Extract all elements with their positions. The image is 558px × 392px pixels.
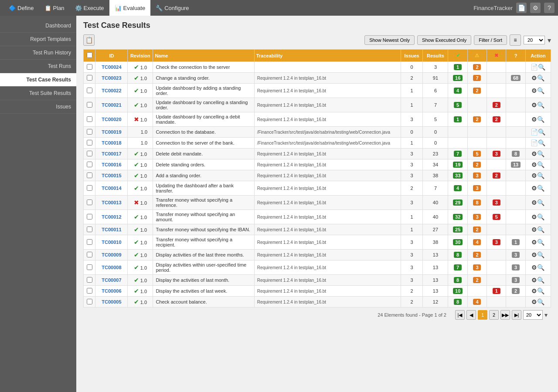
tc-id-link-TC00018[interactable]: TC00018: [102, 140, 121, 145]
tc-id-link-TC00022[interactable]: TC00022: [102, 88, 121, 93]
doc-action-button[interactable]: 📄: [531, 128, 538, 135]
view-action-button[interactable]: 🔍: [538, 139, 545, 146]
sidebar-item-test-runs[interactable]: Test Runs: [0, 60, 76, 73]
row-checkbox-TC00016[interactable]: [87, 162, 92, 167]
view-icon-button[interactable]: ≡: [510, 34, 521, 46]
pagination-dropdown-icon[interactable]: ▾: [544, 311, 548, 318]
tc-id-link-TC00013[interactable]: TC00013: [102, 200, 121, 205]
settings-action-button[interactable]: ⚙: [531, 213, 537, 220]
settings-action-button[interactable]: ⚙: [531, 87, 537, 94]
row-checkbox-TC00008[interactable]: [87, 264, 92, 270]
settings-action-button[interactable]: ⚙: [531, 161, 537, 168]
row-checkbox-TC00020[interactable]: [87, 116, 92, 122]
tc-id-link-TC00016[interactable]: TC00016: [102, 162, 121, 167]
settings-action-button[interactable]: ⚙: [531, 172, 537, 179]
view-action-button[interactable]: 🔍: [537, 298, 544, 305]
tc-id-link-TC00010[interactable]: TC00010: [102, 240, 121, 245]
row-checkbox-TC00009[interactable]: [87, 252, 92, 257]
nav-execute[interactable]: ⚙️ Execute: [70, 0, 109, 16]
tc-id-link-TC00020[interactable]: TC00020: [102, 117, 121, 122]
tc-id-link-TC00007[interactable]: TC00007: [102, 277, 121, 283]
tc-id-link-TC00011[interactable]: TC00011: [102, 227, 121, 232]
settings-action-button[interactable]: ⚙: [531, 199, 537, 206]
settings-action-button[interactable]: ⚙: [531, 277, 537, 284]
doc-action-button[interactable]: 📄: [531, 64, 538, 71]
nav-plan[interactable]: 📋 Plan: [39, 0, 70, 16]
tc-id-link-TC00014[interactable]: TC00014: [102, 186, 121, 191]
show-newest-only-button[interactable]: Show Newest Only: [364, 35, 415, 45]
page-size-dropdown-icon[interactable]: ▾: [548, 36, 551, 44]
last-page-button[interactable]: ▶|: [512, 310, 521, 320]
view-action-button[interactable]: 🔍: [537, 226, 544, 233]
nav-configure[interactable]: 🔧 Configure: [150, 0, 194, 16]
tc-id-link-TC00012[interactable]: TC00012: [102, 214, 121, 220]
settings-action-button[interactable]: ⚙: [531, 239, 537, 246]
view-action-button[interactable]: 🔍: [537, 185, 544, 192]
row-checkbox-TC00013[interactable]: [87, 199, 92, 205]
sidebar-item-report-templates[interactable]: Report Templates: [0, 33, 76, 46]
settings-icon-button[interactable]: ⚙: [530, 3, 541, 13]
tc-id-link-TC00006[interactable]: TC00006: [102, 288, 121, 294]
sidebar-item-test-run-history[interactable]: Test Run History: [0, 46, 76, 60]
tc-id-link-TC00019[interactable]: TC00019: [102, 129, 121, 135]
view-action-button[interactable]: 🔍: [537, 264, 544, 271]
settings-action-button[interactable]: ⚙: [531, 226, 537, 233]
tc-id-link-TC00015[interactable]: TC00015: [102, 173, 121, 178]
tc-id-link-TC00017[interactable]: TC00017: [102, 151, 121, 156]
show-executed-only-button[interactable]: Show Executed Only: [417, 35, 471, 45]
row-checkbox-TC00019[interactable]: [87, 129, 92, 135]
sidebar-item-test-case-results[interactable]: Test Case Results: [0, 73, 76, 87]
tc-id-link-TC00021[interactable]: TC00021: [102, 102, 121, 108]
view-action-button[interactable]: 🔍: [537, 199, 544, 206]
settings-action-button[interactable]: ⚙: [531, 298, 537, 305]
sidebar-item-test-suite-results[interactable]: Test Suite Results: [0, 87, 76, 100]
view-action-button[interactable]: 🔍: [537, 150, 544, 157]
doc-action-button[interactable]: 📄: [531, 139, 538, 146]
tc-id-link-TC00009[interactable]: TC00009: [102, 252, 121, 257]
view-action-button[interactable]: 🔍: [537, 101, 544, 108]
sidebar-item-issues[interactable]: Issues: [0, 100, 76, 114]
settings-action-button[interactable]: ⚙: [531, 287, 537, 294]
view-action-button[interactable]: 🔍: [538, 64, 545, 71]
settings-action-button[interactable]: ⚙: [531, 150, 537, 157]
next-page-button[interactable]: ▶▶: [500, 310, 510, 320]
view-action-button[interactable]: 🔍: [537, 287, 544, 294]
filter-sort-button[interactable]: Filter / Sort: [474, 35, 507, 45]
row-checkbox-TC00014[interactable]: [87, 185, 92, 191]
settings-action-button[interactable]: ⚙: [531, 74, 537, 81]
settings-action-button[interactable]: ⚙: [531, 101, 537, 108]
row-checkbox-TC00011[interactable]: [87, 226, 92, 232]
view-action-button[interactable]: 🔍: [537, 213, 544, 220]
view-action-button[interactable]: 🔍: [537, 74, 544, 81]
prev-page-button[interactable]: ◀: [466, 310, 476, 320]
settings-action-button[interactable]: ⚙: [531, 264, 537, 271]
nav-define[interactable]: 🔷 Define: [3, 0, 39, 16]
row-checkbox-TC00024[interactable]: [87, 64, 92, 70]
copy-button[interactable]: 📋: [83, 34, 95, 46]
settings-action-button[interactable]: ⚙: [531, 116, 537, 123]
view-action-button[interactable]: 🔍: [537, 116, 544, 123]
settings-action-button[interactable]: ⚙: [531, 251, 537, 258]
page-size-select[interactable]: 20 50 100: [524, 36, 545, 44]
help-icon-button[interactable]: ?: [544, 3, 555, 13]
view-action-button[interactable]: 🔍: [537, 251, 544, 258]
pagination-page-size-select[interactable]: 20 50 100: [523, 310, 543, 320]
select-all-checkbox[interactable]: [87, 52, 92, 58]
row-checkbox-TC00021[interactable]: [87, 102, 92, 108]
sidebar-item-dashboard[interactable]: Dashboard: [0, 19, 76, 33]
tc-id-link-TC00023[interactable]: TC00023: [102, 75, 121, 81]
tc-id-link-TC00024[interactable]: TC00024: [102, 64, 121, 70]
doc-icon-button[interactable]: 📄: [516, 3, 527, 13]
tc-id-link-TC00008[interactable]: TC00008: [102, 265, 121, 270]
row-checkbox-TC00018[interactable]: [87, 140, 92, 145]
view-action-button[interactable]: 🔍: [538, 128, 545, 135]
tc-id-link-TC00005[interactable]: TC00005: [102, 299, 121, 304]
view-action-button[interactable]: 🔍: [537, 277, 544, 284]
view-action-button[interactable]: 🔍: [537, 87, 544, 94]
row-checkbox-TC00010[interactable]: [87, 239, 92, 245]
row-checkbox-TC00023[interactable]: [87, 75, 92, 81]
row-checkbox-TC00005[interactable]: [87, 299, 92, 304]
row-checkbox-TC00017[interactable]: [87, 151, 92, 156]
view-action-button[interactable]: 🔍: [537, 161, 544, 168]
page-2-button[interactable]: 2: [489, 310, 499, 320]
